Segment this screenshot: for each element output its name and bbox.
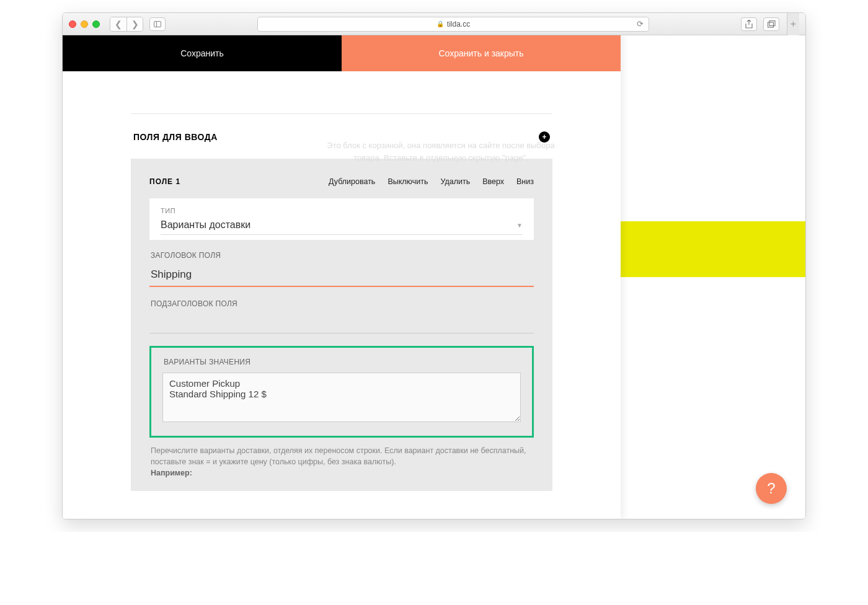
duplicate-action[interactable]: Дублировать — [329, 177, 375, 186]
type-value: Варианты доставки — [161, 219, 250, 231]
new-tab-button[interactable]: + — [787, 13, 799, 35]
tabs-icon — [768, 20, 776, 28]
svg-rect-1 — [769, 20, 775, 25]
section-title: ПОЛЯ ДЛЯ ВВОДА — [133, 132, 218, 142]
subtitle-input[interactable] — [149, 314, 534, 333]
sidebar-toggle-button[interactable] — [149, 17, 166, 31]
forward-button[interactable]: ❯ — [126, 17, 143, 31]
share-icon — [745, 20, 753, 29]
type-label: ТИП — [161, 207, 523, 214]
fullscreen-window-button[interactable] — [92, 20, 100, 28]
reload-icon[interactable]: ⟳ — [637, 19, 644, 29]
save-close-button[interactable]: Сохранить и закрыть — [342, 35, 621, 71]
url-host: tilda.cc — [447, 20, 470, 29]
sidebar-icon — [154, 21, 161, 27]
help-fab[interactable]: ? — [756, 473, 787, 504]
ghost-hint: Это блок с корзиной, она появляется на с… — [317, 139, 565, 164]
minimize-window-button[interactable] — [81, 20, 88, 28]
type-block: ТИП Варианты доставки ▼ — [149, 198, 534, 240]
hint-example-label: Например: — [151, 469, 192, 477]
divider — [131, 113, 552, 114]
svg-rect-0 — [768, 22, 773, 27]
page-content: Placeholder text s for the Сохранить Сох… — [63, 35, 805, 519]
address-bar[interactable]: 🔒 tilda.cc ⟳ — [257, 17, 649, 32]
title-input[interactable] — [149, 266, 534, 287]
variants-highlight: ВАРИАНТЫ ЗНАЧЕНИЯ — [149, 346, 534, 438]
yellow-strip — [613, 221, 805, 277]
title-label: ЗАГОЛОВОК ПОЛЯ — [149, 251, 534, 260]
question-icon: ? — [767, 480, 775, 497]
field-panel: ПОЛЕ 1 Дублировать Выключить Удалить Вве… — [131, 159, 552, 491]
subtitle-group: ПОДЗАГОЛОВОК ПОЛЯ — [149, 299, 534, 333]
field-actions: Дублировать Выключить Удалить Вверх Вниз — [329, 177, 534, 186]
field-header: ПОЛЕ 1 Дублировать Выключить Удалить Вве… — [149, 177, 534, 186]
browser-window: ❮ ❯ 🔒 tilda.cc ⟳ + Placeholder text s fo… — [62, 12, 806, 519]
lock-icon: 🔒 — [436, 20, 444, 27]
title-group: ЗАГОЛОВОК ПОЛЯ — [149, 251, 534, 287]
settings-modal: Сохранить Сохранить и закрыть Это блок с… — [63, 35, 621, 519]
modal-header: Сохранить Сохранить и закрыть — [63, 35, 621, 71]
field-name: ПОЛЕ 1 — [149, 177, 329, 186]
hint-line: Перечислите варианты доставки, отделяя и… — [151, 446, 526, 466]
save-button[interactable]: Сохранить — [63, 35, 342, 71]
modal-body: Это блок с корзиной, она появляется на с… — [63, 71, 621, 491]
share-button[interactable] — [741, 17, 757, 31]
tabs-button[interactable] — [763, 17, 779, 31]
close-window-button[interactable] — [69, 20, 76, 28]
nav-arrows: ❮ ❯ — [110, 17, 143, 32]
delete-action[interactable]: Удалить — [440, 177, 470, 186]
variants-label: ВАРИАНТЫ ЗНАЧЕНИЯ — [162, 358, 521, 366]
browser-toolbar: ❮ ❯ 🔒 tilda.cc ⟳ + — [63, 13, 805, 35]
variants-textarea[interactable] — [162, 373, 521, 422]
disable-action[interactable]: Выключить — [388, 177, 428, 186]
subtitle-label: ПОДЗАГОЛОВОК ПОЛЯ — [149, 299, 534, 308]
back-button[interactable]: ❮ — [110, 17, 126, 31]
move-down-action[interactable]: Вниз — [516, 177, 534, 186]
toolbar-right — [741, 17, 779, 31]
move-up-action[interactable]: Вверх — [482, 177, 504, 186]
type-select[interactable]: Варианты доставки ▼ — [161, 219, 523, 235]
variants-hint: Перечислите варианты доставки, отделяя и… — [149, 445, 534, 479]
chevron-down-icon: ▼ — [516, 222, 523, 229]
window-controls — [69, 20, 100, 28]
